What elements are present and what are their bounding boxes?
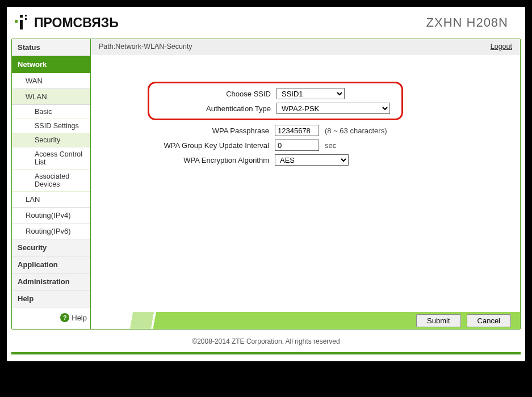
submit-button[interactable]: Submit [416, 314, 460, 327]
svg-rect-0 [15, 20, 18, 23]
sidebar-item-acl[interactable]: Access Control List [12, 147, 90, 170]
sidebar-item-lan[interactable]: LAN [12, 192, 90, 208]
choose-ssid-select[interactable]: SSID1 [277, 88, 345, 99]
help-icon: ? [60, 313, 69, 322]
svg-rect-1 [20, 15, 23, 18]
sidebar: Status Network WAN WLAN Basic SSID Setti… [12, 39, 91, 329]
group-key-label: WPA Group Key Update Interval [104, 141, 275, 150]
svg-rect-2 [25, 15, 27, 16]
sidebar-item-wlan[interactable]: WLAN [12, 89, 90, 105]
path-bar: Path:Network-WLAN-Security Logout [91, 39, 520, 54]
security-form: Choose SSID SSID1 Authentication Type WP… [91, 54, 520, 297]
footer-text: ©2008-2014 ZTE Corporation. All rights r… [11, 330, 521, 347]
sidebar-item-application[interactable]: Application [12, 256, 90, 273]
passphrase-input[interactable] [275, 125, 319, 136]
enc-alg-label: WPA Encryption Algorithm [104, 156, 275, 164]
passphrase-hint: (8 ~ 63 characters) [325, 126, 387, 135]
help-label: Help [72, 314, 87, 322]
logout-link[interactable]: Logout [491, 43, 512, 50]
sidebar-item-wan[interactable]: WAN [12, 73, 90, 89]
sidebar-item-status[interactable]: Status [12, 39, 90, 56]
footer-underline [11, 352, 521, 354]
auth-type-select[interactable]: WPA2-PSK [277, 103, 390, 114]
sidebar-item-assoc-devices[interactable]: Associated Devices [12, 170, 90, 192]
svg-rect-4 [20, 20, 23, 29]
group-key-input[interactable] [275, 140, 319, 151]
decorative-stripe [91, 312, 407, 329]
main-frame: Status Network WAN WLAN Basic SSID Setti… [11, 39, 521, 330]
enc-alg-select[interactable]: AES [275, 154, 349, 166]
highlighted-group: Choose SSID SSID1 Authentication Type WP… [148, 82, 403, 120]
sidebar-item-network[interactable]: Network [12, 56, 90, 73]
model-number: ZXHN H208N [426, 15, 508, 30]
group-key-unit: sec [325, 141, 336, 150]
brand-text: ПРОМСВЯЗЬ [34, 15, 119, 31]
sidebar-item-security[interactable]: Security [12, 133, 90, 147]
svg-rect-3 [25, 18, 27, 20]
sidebar-item-routing-ipv4[interactable]: Routing(IPv4) [12, 208, 90, 223]
auth-type-label: Authentication Type [153, 104, 277, 113]
help-link[interactable]: ? Help [12, 307, 90, 329]
sidebar-item-help[interactable]: Help [12, 290, 90, 307]
sidebar-item-security-top[interactable]: Security [12, 239, 90, 256]
breadcrumb: Path:Network-WLAN-Security [99, 43, 192, 50]
sidebar-item-basic[interactable]: Basic [12, 105, 90, 119]
brand-logo: ПРОМСВЯЗЬ [15, 15, 119, 31]
passphrase-label: WPA Passphrase [104, 126, 275, 135]
sidebar-item-administration[interactable]: Administration [12, 273, 90, 290]
sidebar-item-routing-ipv6[interactable]: Routing(IPv6) [12, 223, 90, 239]
app-window: ПРОМСВЯЗЬ ZXHN H208N Status Network WAN … [7, 7, 525, 361]
sidebar-item-ssid-settings[interactable]: SSID Settings [12, 119, 90, 133]
content-area: Path:Network-WLAN-Security Logout Choose… [91, 39, 520, 329]
logo-icon [15, 15, 30, 31]
header: ПРОМСВЯЗЬ ZXHN H208N [11, 11, 521, 39]
choose-ssid-label: Choose SSID [153, 90, 277, 98]
button-bar: Submit Cancel [91, 312, 520, 329]
cancel-button[interactable]: Cancel [467, 314, 511, 327]
